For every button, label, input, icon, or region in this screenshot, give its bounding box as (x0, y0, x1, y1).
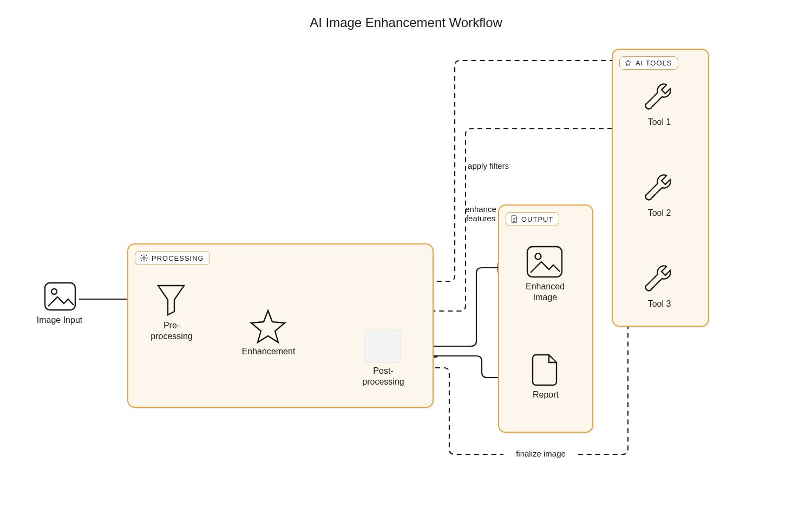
node-post-processing-label: Post- processing (351, 366, 416, 387)
node-pre-processing-label: Pre- processing (142, 320, 201, 342)
diagram-title: AI Image Enhancement Workflow (0, 15, 812, 30)
enhanced-image-icon (525, 244, 564, 279)
node-tool1-label: Tool 1 (634, 117, 684, 128)
wrench-icon-2 (642, 171, 677, 206)
svg-rect-3 (365, 330, 401, 362)
svg-point-2 (51, 289, 57, 294)
report-icon (529, 352, 560, 387)
svg-rect-4 (527, 247, 562, 277)
group-ai-tools-label: AI TOOLS (619, 56, 678, 70)
gear-icon (140, 254, 148, 262)
group-ai-tools-text: AI TOOLS (636, 59, 672, 67)
edge-label-enhance-features: enhance features (455, 204, 507, 223)
node-enhanced-image-label: Enhanced Image (511, 281, 579, 303)
wrench-icon-1 (642, 80, 677, 115)
star-large-icon (249, 308, 287, 344)
svg-point-5 (535, 254, 541, 260)
wrench-icon-3 (642, 262, 677, 296)
node-image-input-label: Image Input (32, 315, 87, 326)
group-processing-label: PROCESSING (135, 251, 210, 265)
node-tool3-label: Tool 3 (634, 299, 684, 309)
svg-point-0 (143, 257, 145, 259)
group-processing-text: PROCESSING (152, 254, 204, 262)
sheet-icon (364, 329, 402, 363)
star-icon (624, 59, 632, 67)
node-tool2-label: Tool 2 (634, 208, 684, 219)
diagram-canvas: AI Image Enhancement Workflow (0, 0, 812, 509)
edge-label-apply-filters: apply filters (459, 161, 518, 170)
svg-rect-1 (45, 283, 75, 310)
group-output-label: OUTPUT (506, 212, 559, 226)
funnel-icon (156, 282, 186, 317)
node-enhancement-label: Enhancement (237, 346, 300, 357)
node-report-label: Report (519, 389, 573, 400)
image-icon (43, 281, 77, 312)
group-output-text: OUTPUT (521, 215, 553, 223)
edge-label-finalize-image: finalize image (503, 449, 578, 458)
document-icon (510, 215, 518, 223)
